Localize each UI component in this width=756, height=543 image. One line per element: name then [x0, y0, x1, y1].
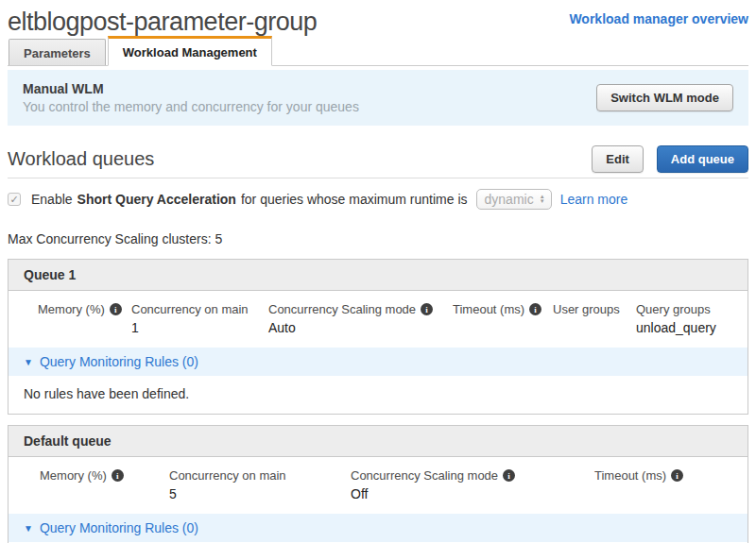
sqa-runtime-select[interactable]: dynamic ▲ ▼ [476, 189, 552, 210]
queue1-col-concurrency: Concurrency on main 1 [131, 302, 268, 336]
workload-queues-actions: Edit Add queue [592, 145, 748, 173]
tab-workload-management[interactable]: Workload Management [108, 36, 272, 66]
sqa-suffix-text: for queries whose maximum runtime is [241, 192, 468, 207]
info-icon[interactable]: i [529, 303, 541, 315]
default-col-memory: Memory (%)i [40, 468, 169, 502]
max-concurrency-row: Max Concurrency Scaling clusters: 5 [8, 231, 748, 246]
workload-queues-header-row: Workload queues Edit Add queue [8, 145, 748, 173]
page-title: eltblogpost-parameter-group [8, 8, 317, 36]
queue1-col-memory: Memory (%)i [38, 302, 131, 336]
collapse-icon: ▼ [24, 523, 33, 534]
default-col-concurrency: Concurrency on main 5 [169, 468, 351, 502]
edit-queues-button[interactable]: Edit [592, 145, 644, 173]
info-icon[interactable]: i [112, 469, 124, 482]
stepper-icon: ▲ ▼ [540, 195, 545, 204]
queue1-col-timeout: Timeout (ms)i [453, 302, 553, 336]
queue1-timeout-value [453, 320, 553, 336]
queue1-col-query-groups: Query groups unload_query [636, 302, 738, 336]
workload-manager-overview-link[interactable]: Workload manager overview [569, 11, 748, 26]
info-icon[interactable]: i [503, 469, 515, 482]
column-label: Memory (%) [40, 468, 107, 483]
default-queue-table: Memory (%)i Concurrency on main 5 Concur… [9, 457, 747, 514]
max-concurrency-label: Max Concurrency Scaling clusters: [8, 231, 212, 246]
column-label: Timeout (ms) [594, 468, 666, 483]
column-label: Concurrency Scaling mode [351, 468, 498, 483]
column-label: Concurrency on main [131, 302, 249, 316]
queue1-query-monitoring-rules-toggle[interactable]: ▼ Query Monitoring Rules (0) [9, 348, 747, 376]
manual-wlm-text: Manual WLM You control the memory and co… [23, 81, 359, 114]
switch-wlm-mode-button[interactable]: Switch WLM mode [596, 84, 733, 111]
sqa-runtime-select-value: dynamic [485, 192, 534, 207]
queue1-memory-value [38, 320, 131, 336]
collapse-icon: ▼ [24, 357, 33, 367]
max-concurrency-value: 5 [215, 231, 222, 246]
queue1-header: Queue 1 [9, 260, 747, 291]
queue-panel-default: Default queue Memory (%)i Concurrency on… [8, 425, 748, 543]
section-divider [8, 178, 748, 178]
queue1-col-user-groups: User groups [553, 302, 636, 336]
default-concurrency-value: 5 [169, 486, 351, 502]
stepper-down-icon: ▼ [540, 199, 545, 204]
tab-bar: Parameters Workload Management [8, 37, 748, 66]
qmr-label: Query Monitoring Rules (0) [40, 520, 198, 535]
check-icon: ✓ [9, 195, 18, 205]
qmr-label: Query Monitoring Rules (0) [40, 354, 198, 369]
sqa-checkbox[interactable]: ✓ [8, 193, 21, 206]
manual-wlm-subtitle: You control the memory and concurrency f… [23, 99, 359, 114]
page-header: eltblogpost-parameter-group Workload man… [8, 8, 748, 36]
column-label: Concurrency Scaling mode [268, 302, 416, 316]
column-label: User groups [553, 302, 620, 316]
column-label: Concurrency on main [169, 468, 286, 483]
queue1-col-scaling-mode: Concurrency Scaling modei Auto [268, 302, 453, 336]
default-queue-header: Default queue [9, 426, 747, 457]
queue1-query-groups-value: unload_query [636, 320, 738, 336]
sqa-row: ✓ Enable Short Query Acceleration for qu… [8, 189, 748, 210]
sqa-enable-text: Enable [31, 192, 73, 207]
tab-parameters[interactable]: Parameters [9, 39, 106, 65]
sqa-learn-more-link[interactable]: Learn more [560, 192, 628, 207]
default-col-scaling-mode: Concurrency Scaling modei Off [351, 468, 594, 502]
queue1-concurrency-value: 1 [131, 320, 268, 336]
manual-wlm-banner: Manual WLM You control the memory and co… [8, 70, 748, 126]
queue1-user-groups-value [553, 320, 636, 336]
info-icon[interactable]: i [421, 303, 433, 315]
manual-wlm-title: Manual WLM [23, 81, 359, 96]
default-col-timeout: Timeout (ms)i [594, 468, 738, 502]
queue-panel-queue1: Queue 1 Memory (%)i Concurrency on main … [8, 259, 748, 415]
column-label: Memory (%) [38, 302, 105, 316]
default-memory-value [40, 486, 169, 502]
add-queue-button[interactable]: Add queue [657, 145, 748, 173]
queue1-scaling-mode-value: Auto [268, 320, 453, 336]
queue1-no-rules-text: No rules have been defined. [9, 376, 747, 414]
column-label: Timeout (ms) [453, 302, 524, 316]
workload-queues-heading: Workload queues [8, 148, 154, 170]
info-icon[interactable]: i [671, 469, 683, 482]
wlm-page: eltblogpost-parameter-group Workload man… [0, 0, 756, 543]
default-query-monitoring-rules-toggle[interactable]: ▼ Query Monitoring Rules (0) [9, 514, 747, 542]
queue1-table: Memory (%)i Concurrency on main 1 Concur… [9, 291, 747, 348]
sqa-feature-name: Short Query Acceleration [77, 192, 236, 207]
column-label: Query groups [636, 302, 711, 316]
default-scaling-mode-value: Off [351, 486, 594, 502]
info-icon[interactable]: i [110, 303, 122, 315]
default-timeout-value [594, 486, 738, 502]
